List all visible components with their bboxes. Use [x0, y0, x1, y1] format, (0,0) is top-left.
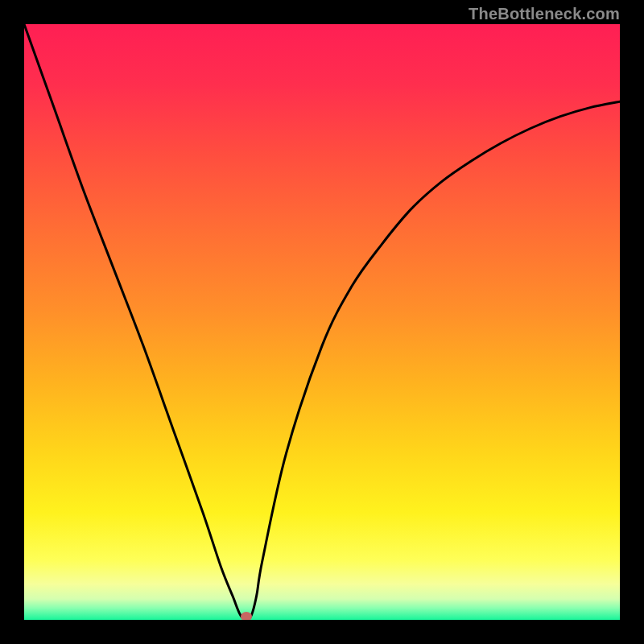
watermark-text: TheBottleneck.com: [469, 5, 620, 23]
optimum-marker: [241, 612, 252, 620]
plot-area: [24, 24, 620, 620]
bottleneck-curve: [24, 24, 620, 620]
chart-frame: TheBottleneck.com: [0, 0, 644, 644]
